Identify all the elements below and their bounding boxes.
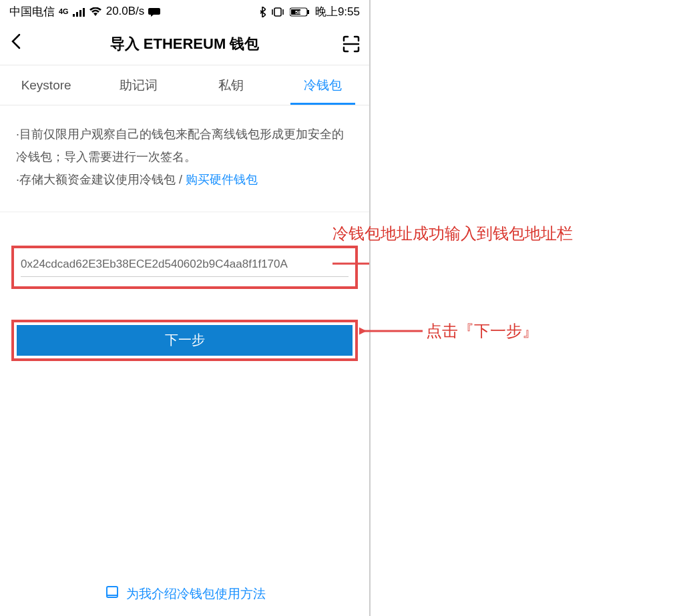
bluetooth-icon (259, 5, 266, 18)
info-line-2-prefix: ·存储大额资金建议使用冷钱包 / (16, 173, 186, 186)
info-section: ·目前仅限用户观察自己的钱包来配合离线钱包形成更加安全的冷钱包；导入需要进行一次… (0, 105, 369, 212)
tab-keystore[interactable]: Keystore (0, 65, 92, 105)
scan-button[interactable] (340, 35, 360, 53)
vibrate-icon (271, 5, 284, 18)
tabs: Keystore 助记词 私钥 冷钱包 (0, 65, 369, 105)
help-label: 为我介绍冷钱包使用方法 (126, 585, 266, 603)
annotation-address: 冷钱包地址成功输入到钱包地址栏 (332, 237, 613, 270)
tab-coldwallet[interactable]: 冷钱包 (277, 65, 369, 105)
book-icon (105, 585, 120, 603)
nav-header: 导入 ETHEREUM 钱包 (0, 23, 369, 65)
info-line-1: ·目前仅限用户观察自己的钱包来配合离线钱包形成更加安全的冷钱包；导入需要进行一次… (16, 123, 353, 168)
status-right: 58 晚上9:55 (259, 4, 360, 19)
signal-bars-icon (73, 5, 85, 18)
help-footer[interactable]: 为我介绍冷钱包使用方法 (0, 585, 371, 603)
svg-text:58: 58 (295, 9, 301, 15)
svg-rect-0 (73, 14, 75, 17)
buy-hardware-link[interactable]: 购买硬件钱包 (186, 173, 258, 186)
svg-rect-8 (307, 10, 309, 14)
annotation-next: 点击『下一步』 (359, 320, 538, 342)
status-bar: 中国电信 4G 20.0B/s 58 晚上9:55 (0, 0, 369, 23)
svg-rect-3 (83, 8, 85, 17)
address-section: 下一步 (0, 212, 369, 361)
svg-rect-1 (76, 12, 78, 17)
next-highlight-box: 下一步 (11, 320, 358, 361)
wifi-icon (89, 5, 102, 18)
time-label: 晚上9:55 (315, 4, 360, 19)
battery-icon: 58 (290, 5, 310, 18)
address-highlight-box (11, 246, 358, 289)
arrow-left-icon (359, 324, 426, 338)
annotation-next-text: 点击『下一步』 (426, 320, 538, 342)
chat-icon (148, 5, 160, 18)
tab-privatekey[interactable]: 私钥 (185, 65, 277, 105)
annotation-address-text: 冷钱包地址成功输入到钱包地址栏 (332, 223, 573, 244)
svg-rect-2 (79, 10, 81, 17)
back-button[interactable] (9, 32, 29, 55)
svg-rect-4 (274, 8, 281, 16)
status-left: 中国电信 4G 20.0B/s (9, 4, 160, 19)
carrier-label: 中国电信 (9, 4, 55, 19)
tab-mnemonic[interactable]: 助记词 (92, 65, 184, 105)
next-button[interactable]: 下一步 (17, 325, 353, 356)
page-title: 导入 ETHEREUM 钱包 (29, 34, 340, 54)
wallet-address-input[interactable] (21, 258, 349, 277)
signal-4g-icon: 4G (59, 7, 69, 15)
speed-label: 20.0B/s (106, 5, 145, 18)
phone-screen: 中国电信 4G 20.0B/s 58 晚上9:55 (0, 0, 371, 616)
